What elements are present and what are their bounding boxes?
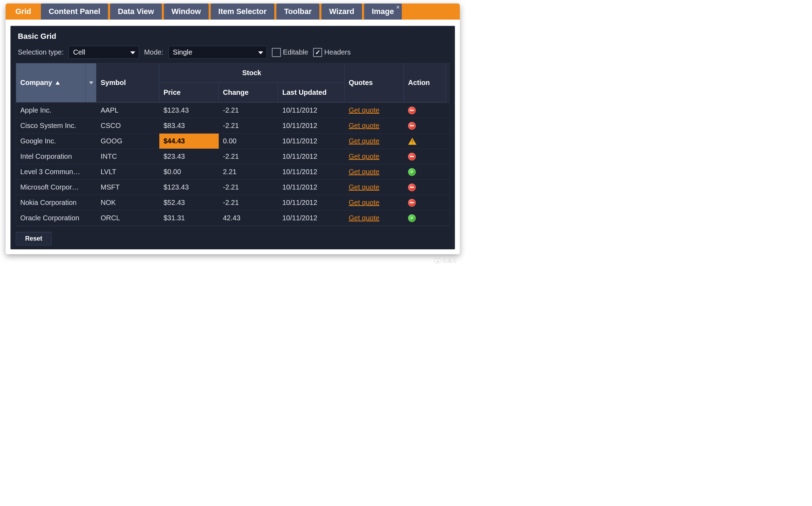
cell-quotes: Get quote <box>345 103 404 118</box>
table-row[interactable]: Intel CorporationINTC$23.43-2.2110/11/20… <box>16 149 449 164</box>
ok-icon[interactable] <box>408 168 416 176</box>
editable-checkbox[interactable]: Editable <box>272 48 308 57</box>
get-quote-link[interactable]: Get quote <box>349 199 379 206</box>
close-icon[interactable]: × <box>396 4 399 10</box>
cell-symbol: AAPL <box>96 103 159 118</box>
cell-action <box>404 134 446 149</box>
cell-last-updated: 10/11/2012 <box>278 134 345 149</box>
column-header-price[interactable]: Price <box>159 83 219 102</box>
cell-last-updated: 10/11/2012 <box>278 149 345 164</box>
table-row[interactable]: Google Inc.GOOG$44.430.0010/11/2012Get q… <box>16 133 449 149</box>
table-row[interactable]: Cisco System Inc.CSCO$83.43-2.2110/11/20… <box>16 118 449 133</box>
watermark: ☁ 亿速云 <box>434 258 457 264</box>
remove-icon[interactable] <box>408 199 416 207</box>
editable-label: Editable <box>283 48 308 56</box>
table-row[interactable]: Microsoft Corpor…MSFT$123.43-2.2110/11/2… <box>16 179 449 195</box>
column-header-label: Stock <box>242 69 261 77</box>
cell-action <box>404 103 446 118</box>
cell-change: -2.21 <box>219 180 278 195</box>
column-header-action[interactable]: Action <box>404 63 446 102</box>
column-header-company[interactable]: Company <box>16 63 86 102</box>
cloud-icon: ☁ <box>434 258 441 263</box>
cell-company: Intel Corporation <box>16 149 96 164</box>
mode-select[interactable]: Single <box>168 46 267 59</box>
cell-action <box>404 164 446 179</box>
cell-last-updated: 10/11/2012 <box>278 211 345 226</box>
chevron-down-icon <box>89 81 93 84</box>
cell-action <box>404 195 446 210</box>
table-row[interactable]: Nokia CorporationNOK$52.43-2.2110/11/201… <box>16 195 449 210</box>
cell-company: Microsoft Corpor… <box>16 180 96 195</box>
get-quote-link[interactable]: Get quote <box>349 183 379 191</box>
remove-icon[interactable] <box>408 122 416 130</box>
ok-icon[interactable] <box>408 214 416 222</box>
cell-quotes: Get quote <box>345 118 404 133</box>
reset-button[interactable]: Reset <box>16 232 52 245</box>
headers-label: Headers <box>324 48 351 56</box>
tab-window[interactable]: Window <box>164 3 209 20</box>
cell-symbol: LVLT <box>96 164 159 179</box>
cell-quotes: Get quote <box>345 149 404 164</box>
cell-change: -2.21 <box>219 103 278 118</box>
column-header-stock[interactable]: Stock <box>159 63 345 83</box>
cell-quotes: Get quote <box>345 195 404 210</box>
cell-last-updated: 10/11/2012 <box>278 103 345 118</box>
get-quote-link[interactable]: Get quote <box>349 137 379 145</box>
tab-toolbar[interactable]: Toolbar <box>276 3 319 20</box>
sort-asc-icon <box>56 81 60 85</box>
cell-change: 0.00 <box>219 134 278 149</box>
cell-price: $83.43 <box>159 118 219 133</box>
column-header-change[interactable]: Change <box>219 83 278 102</box>
column-header-symbol[interactable]: Symbol <box>96 63 159 102</box>
get-quote-link[interactable]: Get quote <box>349 106 379 114</box>
cell-company: Cisco System Inc. <box>16 118 96 133</box>
tab-image[interactable]: Image× <box>364 3 402 20</box>
cell-symbol: CSCO <box>96 118 159 133</box>
watermark-text: 亿速云 <box>442 258 457 264</box>
get-quote-link[interactable]: Get quote <box>349 152 379 160</box>
tab-wizard[interactable]: Wizard <box>321 3 362 20</box>
cell-company: Level 3 Commun… <box>16 164 96 179</box>
cell-change: 42.43 <box>219 211 278 226</box>
selection-type-value: Cell <box>73 48 85 56</box>
cell-price: $123.43 <box>159 180 219 195</box>
panel-title: Basic Grid <box>11 26 455 44</box>
tab-item-selector[interactable]: Item Selector <box>211 3 274 20</box>
remove-icon[interactable] <box>408 184 416 191</box>
grid-panel: Basic Grid Selection type: Cell Mode: Si… <box>10 26 455 249</box>
selection-type-select[interactable]: Cell <box>68 46 139 59</box>
column-header-company-menu[interactable] <box>86 63 96 102</box>
get-quote-link[interactable]: Get quote <box>349 122 379 129</box>
cell-price: $0.00 <box>159 164 219 179</box>
cell-action <box>404 180 446 195</box>
remove-icon[interactable] <box>408 107 416 114</box>
column-header-label: Last Updated <box>282 88 327 97</box>
table-row[interactable]: Oracle CorporationORCL$31.3142.4310/11/2… <box>16 210 449 226</box>
headers-checkbox[interactable]: Headers <box>313 48 351 57</box>
tab-content-panel[interactable]: Content Panel <box>41 3 108 20</box>
column-header-last-updated[interactable]: Last Updated <box>278 83 345 102</box>
cell-quotes: Get quote <box>345 164 404 179</box>
cell-change: -2.21 <box>219 195 278 210</box>
cell-action <box>404 149 446 164</box>
cell-action <box>404 211 446 226</box>
cell-change: -2.21 <box>219 149 278 164</box>
table-row[interactable]: Apple Inc.AAPL$123.43-2.2110/11/2012Get … <box>16 102 449 118</box>
cell-symbol: GOOG <box>96 134 159 149</box>
table-row[interactable]: Level 3 Commun…LVLT$0.002.2110/11/2012Ge… <box>16 164 449 179</box>
checkbox-icon <box>272 48 281 57</box>
remove-icon[interactable] <box>408 153 416 161</box>
cell-company: Nokia Corporation <box>16 195 96 210</box>
column-header-quotes[interactable]: Quotes <box>345 63 404 102</box>
column-header-label: Company <box>20 79 52 87</box>
warning-icon[interactable] <box>408 138 416 145</box>
cell-symbol: NOK <box>96 195 159 210</box>
column-header-label: Price <box>164 88 181 97</box>
get-quote-link[interactable]: Get quote <box>349 168 379 176</box>
tab-data-view[interactable]: Data View <box>110 3 162 20</box>
grid-toolbar: Selection type: Cell Mode: Single Editab… <box>11 44 455 63</box>
tab-grid[interactable]: Grid <box>8 3 39 20</box>
cell-symbol: MSFT <box>96 180 159 195</box>
cell-quotes: Get quote <box>345 134 404 149</box>
get-quote-link[interactable]: Get quote <box>349 214 379 222</box>
